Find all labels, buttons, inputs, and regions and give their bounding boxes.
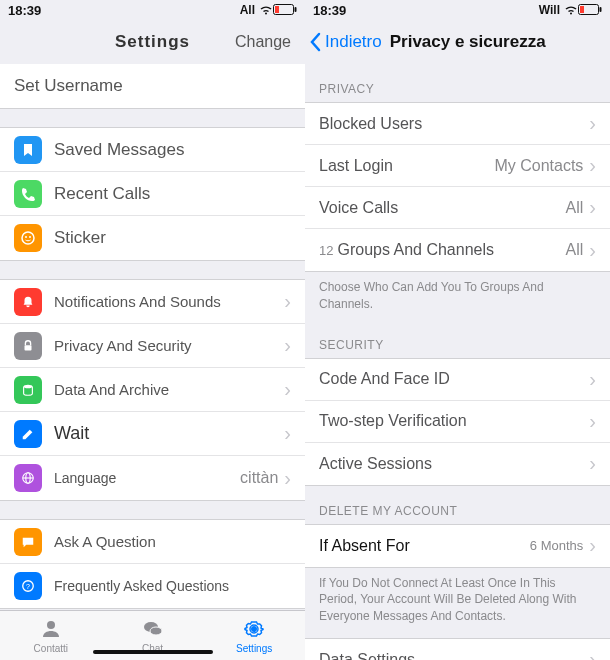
tab-label: Settings — [236, 643, 272, 654]
privacy-screen: 18:39 Will Indietro Privacy e sicurezza … — [305, 0, 610, 660]
chevron-icon: › — [589, 368, 596, 391]
bookmark-icon — [14, 136, 42, 164]
notifications-cell[interactable]: Notifications And Sounds › — [0, 280, 305, 324]
lock-icon — [14, 332, 42, 360]
section-header-delete: DELETE MY ACCOUNT — [305, 486, 610, 524]
username-cell[interactable]: Set Username — [0, 64, 305, 108]
appearance-cell[interactable]: Wait › — [0, 412, 305, 456]
data-settings-cell[interactable]: Data Settings › — [305, 639, 610, 660]
svg-rect-2 — [275, 6, 279, 13]
bell-icon — [14, 288, 42, 316]
section-header-privacy: PRIVACY — [305, 64, 610, 102]
nav-bar: Indietro Privacy e sicurezza — [305, 20, 610, 64]
username-label: Set Username — [14, 76, 291, 96]
tab-settings[interactable]: Settings — [203, 611, 305, 660]
last-login-cell[interactable]: Last Login My Contacts › — [305, 145, 610, 187]
cell-label: Wait — [54, 423, 284, 444]
data-icon — [14, 376, 42, 404]
saved-messages-cell[interactable]: Saved Messages — [0, 128, 305, 172]
cell-label: Voice Calls — [319, 199, 398, 217]
chevron-icon: › — [284, 422, 291, 445]
chat-bubbles-icon — [141, 617, 165, 641]
status-time: 18:39 — [8, 3, 41, 18]
svg-rect-18 — [580, 6, 584, 13]
chevron-icon: › — [284, 334, 291, 357]
battery-icon — [273, 3, 297, 18]
cell-value: 6 Months — [530, 538, 583, 553]
cell-label: Frequently Asked Questions — [54, 578, 291, 594]
chevron-icon: › — [284, 290, 291, 313]
cell-label: Recent Calls — [54, 184, 291, 204]
cell-value: My Contacts — [494, 157, 583, 175]
status-time: 18:39 — [313, 3, 346, 18]
nav-title: Privacy e sicurezza — [390, 32, 546, 52]
phone-icon — [14, 180, 42, 208]
cell-prefix: 12 — [319, 243, 333, 258]
cell-label: Groups And Channels — [337, 241, 494, 259]
svg-point-5 — [29, 236, 31, 238]
sticker-cell[interactable]: Sticker — [0, 216, 305, 260]
chat-icon — [14, 528, 42, 556]
cell-label: If Absent For — [319, 537, 410, 555]
cell-label: Data Settings — [319, 651, 415, 660]
tab-label: Contatti — [34, 643, 68, 654]
svg-rect-1 — [295, 7, 297, 12]
settings-screen: 18:39 All Settings Change Set Username S… — [0, 0, 305, 660]
status-bar: 18:39 All — [0, 0, 305, 20]
battery-icon — [578, 3, 602, 18]
person-icon — [39, 617, 63, 641]
chevron-icon: › — [284, 378, 291, 401]
status-carrier: Will — [539, 3, 560, 17]
cell-label: Notifications And Sounds — [54, 293, 284, 310]
chevron-left-icon — [309, 32, 321, 52]
sticker-icon — [14, 224, 42, 252]
data-archive-cell[interactable]: Data And Archive › — [0, 368, 305, 412]
home-indicator[interactable] — [93, 650, 213, 654]
two-step-cell[interactable]: Two-step Verification › — [305, 401, 610, 443]
blocked-users-cell[interactable]: Blocked Users › — [305, 103, 610, 145]
active-sessions-cell[interactable]: Active Sessions › — [305, 443, 610, 485]
cell-label: Data And Archive — [54, 381, 284, 398]
svg-rect-6 — [25, 345, 32, 350]
groups-channels-cell[interactable]: 12 Groups And Channels All › — [305, 229, 610, 271]
section-footer: Choose Who Can Add You To Groups And Cha… — [305, 272, 610, 320]
settings-content[interactable]: Set Username Saved Messages Recent Calls… — [0, 64, 305, 610]
code-faceid-cell[interactable]: Code And Face ID › — [305, 359, 610, 401]
privacy-cell[interactable]: Privacy And Security › — [0, 324, 305, 368]
privacy-content[interactable]: PRIVACY Blocked Users › Last Login My Co… — [305, 64, 610, 660]
faq-cell[interactable]: ? Frequently Asked Questions — [0, 564, 305, 608]
tab-contacts[interactable]: Contatti — [0, 611, 102, 660]
chevron-icon: › — [589, 154, 596, 177]
pencil-icon — [14, 420, 42, 448]
back-button[interactable]: Indietro — [309, 32, 382, 52]
wifi-icon — [564, 3, 578, 18]
ask-question-cell[interactable]: Ask A Question — [0, 520, 305, 564]
svg-point-12 — [47, 621, 55, 629]
chevron-icon: › — [589, 112, 596, 135]
svg-point-15 — [251, 626, 257, 632]
svg-rect-17 — [600, 7, 602, 12]
cell-value: All — [566, 199, 584, 217]
status-carrier: All — [240, 3, 255, 17]
chevron-icon: › — [284, 467, 291, 490]
nav-title: Settings — [0, 32, 305, 52]
section-header-security: SECURITY — [305, 320, 610, 358]
cell-label: Code And Face ID — [319, 370, 450, 388]
cell-label: Saved Messages — [54, 140, 291, 160]
section-footer: If You Do Not Connect At Least Once In T… — [305, 568, 610, 632]
chevron-icon: › — [589, 239, 596, 262]
language-cell[interactable]: Language cittàn › — [0, 456, 305, 500]
chevron-icon: › — [589, 534, 596, 557]
voice-calls-cell[interactable]: Voice Calls All › — [305, 187, 610, 229]
recent-calls-cell[interactable]: Recent Calls — [0, 172, 305, 216]
if-absent-cell[interactable]: If Absent For 6 Months › — [305, 525, 610, 567]
gear-icon — [242, 617, 266, 641]
chevron-icon: › — [589, 196, 596, 219]
svg-point-3 — [22, 232, 34, 244]
back-label: Indietro — [325, 32, 382, 52]
cell-label: Language — [54, 470, 240, 486]
help-icon: ? — [14, 572, 42, 600]
cell-label: Two-step Verification — [319, 412, 467, 430]
cell-value: cittàn — [240, 469, 278, 487]
cell-value: All — [566, 241, 584, 259]
